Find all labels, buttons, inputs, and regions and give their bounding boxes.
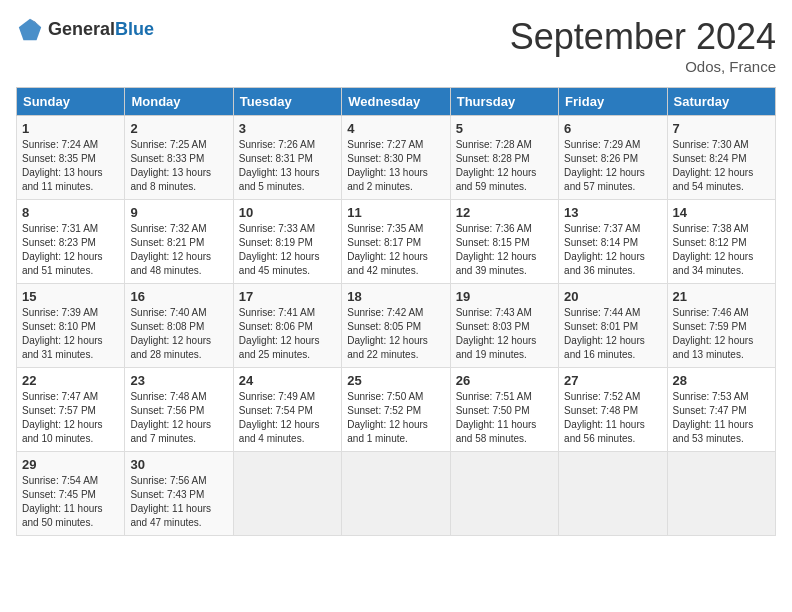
day-cell-15: 15 Sunrise: 7:39 AMSunset: 8:10 PMDaylig… [17, 284, 125, 368]
day-info: Sunrise: 7:38 AMSunset: 8:12 PMDaylight:… [673, 223, 754, 276]
day-info: Sunrise: 7:42 AMSunset: 8:05 PMDaylight:… [347, 307, 428, 360]
day-number: 1 [22, 121, 119, 136]
day-number: 20 [564, 289, 661, 304]
empty-cell [342, 452, 450, 536]
day-info: Sunrise: 7:35 AMSunset: 8:17 PMDaylight:… [347, 223, 428, 276]
day-cell-16: 16 Sunrise: 7:40 AMSunset: 8:08 PMDaylig… [125, 284, 233, 368]
day-number: 5 [456, 121, 553, 136]
day-cell-14: 14 Sunrise: 7:38 AMSunset: 8:12 PMDaylig… [667, 200, 775, 284]
day-info: Sunrise: 7:36 AMSunset: 8:15 PMDaylight:… [456, 223, 537, 276]
title-block: September 2024 Odos, France [510, 16, 776, 75]
day-info: Sunrise: 7:54 AMSunset: 7:45 PMDaylight:… [22, 475, 103, 528]
location: Odos, France [510, 58, 776, 75]
day-number: 18 [347, 289, 444, 304]
day-cell-24: 24 Sunrise: 7:49 AMSunset: 7:54 PMDaylig… [233, 368, 341, 452]
day-cell-13: 13 Sunrise: 7:37 AMSunset: 8:14 PMDaylig… [559, 200, 667, 284]
day-number: 17 [239, 289, 336, 304]
calendar-table: Sunday Monday Tuesday Wednesday Thursday… [16, 87, 776, 536]
day-number: 19 [456, 289, 553, 304]
day-number: 13 [564, 205, 661, 220]
day-info: Sunrise: 7:37 AMSunset: 8:14 PMDaylight:… [564, 223, 645, 276]
day-info: Sunrise: 7:53 AMSunset: 7:47 PMDaylight:… [673, 391, 754, 444]
day-cell-25: 25 Sunrise: 7:50 AMSunset: 7:52 PMDaylig… [342, 368, 450, 452]
day-cell-7: 7 Sunrise: 7:30 AMSunset: 8:24 PMDayligh… [667, 116, 775, 200]
day-info: Sunrise: 7:47 AMSunset: 7:57 PMDaylight:… [22, 391, 103, 444]
calendar-row: 22 Sunrise: 7:47 AMSunset: 7:57 PMDaylig… [17, 368, 776, 452]
day-number: 23 [130, 373, 227, 388]
empty-cell [233, 452, 341, 536]
day-info: Sunrise: 7:46 AMSunset: 7:59 PMDaylight:… [673, 307, 754, 360]
col-tuesday: Tuesday [233, 88, 341, 116]
day-info: Sunrise: 7:51 AMSunset: 7:50 PMDaylight:… [456, 391, 537, 444]
day-cell-5: 5 Sunrise: 7:28 AMSunset: 8:28 PMDayligh… [450, 116, 558, 200]
day-number: 11 [347, 205, 444, 220]
day-cell-26: 26 Sunrise: 7:51 AMSunset: 7:50 PMDaylig… [450, 368, 558, 452]
col-thursday: Thursday [450, 88, 558, 116]
page-header: GeneralBlue September 2024 Odos, France [16, 16, 776, 75]
day-cell-28: 28 Sunrise: 7:53 AMSunset: 7:47 PMDaylig… [667, 368, 775, 452]
day-cell-4: 4 Sunrise: 7:27 AMSunset: 8:30 PMDayligh… [342, 116, 450, 200]
logo-icon [16, 16, 44, 44]
day-cell-18: 18 Sunrise: 7:42 AMSunset: 8:05 PMDaylig… [342, 284, 450, 368]
day-number: 12 [456, 205, 553, 220]
day-number: 15 [22, 289, 119, 304]
day-cell-1: 1 Sunrise: 7:24 AMSunset: 8:35 PMDayligh… [17, 116, 125, 200]
month-title: September 2024 [510, 16, 776, 58]
calendar-row: 29 Sunrise: 7:54 AMSunset: 7:45 PMDaylig… [17, 452, 776, 536]
day-number: 28 [673, 373, 770, 388]
day-cell-23: 23 Sunrise: 7:48 AMSunset: 7:56 PMDaylig… [125, 368, 233, 452]
day-number: 24 [239, 373, 336, 388]
col-wednesday: Wednesday [342, 88, 450, 116]
day-number: 29 [22, 457, 119, 472]
day-info: Sunrise: 7:49 AMSunset: 7:54 PMDaylight:… [239, 391, 320, 444]
day-info: Sunrise: 7:29 AMSunset: 8:26 PMDaylight:… [564, 139, 645, 192]
day-cell-22: 22 Sunrise: 7:47 AMSunset: 7:57 PMDaylig… [17, 368, 125, 452]
svg-marker-0 [19, 19, 41, 40]
day-cell-29: 29 Sunrise: 7:54 AMSunset: 7:45 PMDaylig… [17, 452, 125, 536]
day-cell-27: 27 Sunrise: 7:52 AMSunset: 7:48 PMDaylig… [559, 368, 667, 452]
calendar-row: 15 Sunrise: 7:39 AMSunset: 8:10 PMDaylig… [17, 284, 776, 368]
day-number: 16 [130, 289, 227, 304]
day-number: 4 [347, 121, 444, 136]
col-saturday: Saturday [667, 88, 775, 116]
day-info: Sunrise: 7:41 AMSunset: 8:06 PMDaylight:… [239, 307, 320, 360]
day-number: 7 [673, 121, 770, 136]
day-number: 3 [239, 121, 336, 136]
empty-cell [450, 452, 558, 536]
day-cell-12: 12 Sunrise: 7:36 AMSunset: 8:15 PMDaylig… [450, 200, 558, 284]
logo-text: GeneralBlue [48, 20, 154, 40]
day-number: 26 [456, 373, 553, 388]
col-friday: Friday [559, 88, 667, 116]
day-cell-9: 9 Sunrise: 7:32 AMSunset: 8:21 PMDayligh… [125, 200, 233, 284]
day-cell-3: 3 Sunrise: 7:26 AMSunset: 8:31 PMDayligh… [233, 116, 341, 200]
day-number: 6 [564, 121, 661, 136]
day-number: 21 [673, 289, 770, 304]
day-cell-17: 17 Sunrise: 7:41 AMSunset: 8:06 PMDaylig… [233, 284, 341, 368]
day-cell-6: 6 Sunrise: 7:29 AMSunset: 8:26 PMDayligh… [559, 116, 667, 200]
day-number: 14 [673, 205, 770, 220]
day-info: Sunrise: 7:43 AMSunset: 8:03 PMDaylight:… [456, 307, 537, 360]
day-info: Sunrise: 7:26 AMSunset: 8:31 PMDaylight:… [239, 139, 320, 192]
day-number: 25 [347, 373, 444, 388]
logo: GeneralBlue [16, 16, 154, 44]
day-number: 27 [564, 373, 661, 388]
day-cell-30: 30 Sunrise: 7:56 AMSunset: 7:43 PMDaylig… [125, 452, 233, 536]
day-cell-11: 11 Sunrise: 7:35 AMSunset: 8:17 PMDaylig… [342, 200, 450, 284]
day-info: Sunrise: 7:31 AMSunset: 8:23 PMDaylight:… [22, 223, 103, 276]
col-monday: Monday [125, 88, 233, 116]
day-cell-2: 2 Sunrise: 7:25 AMSunset: 8:33 PMDayligh… [125, 116, 233, 200]
day-cell-8: 8 Sunrise: 7:31 AMSunset: 8:23 PMDayligh… [17, 200, 125, 284]
day-info: Sunrise: 7:50 AMSunset: 7:52 PMDaylight:… [347, 391, 428, 444]
empty-cell [667, 452, 775, 536]
day-info: Sunrise: 7:32 AMSunset: 8:21 PMDaylight:… [130, 223, 211, 276]
col-sunday: Sunday [17, 88, 125, 116]
day-info: Sunrise: 7:56 AMSunset: 7:43 PMDaylight:… [130, 475, 211, 528]
day-info: Sunrise: 7:48 AMSunset: 7:56 PMDaylight:… [130, 391, 211, 444]
day-info: Sunrise: 7:30 AMSunset: 8:24 PMDaylight:… [673, 139, 754, 192]
day-cell-19: 19 Sunrise: 7:43 AMSunset: 8:03 PMDaylig… [450, 284, 558, 368]
day-info: Sunrise: 7:28 AMSunset: 8:28 PMDaylight:… [456, 139, 537, 192]
day-cell-21: 21 Sunrise: 7:46 AMSunset: 7:59 PMDaylig… [667, 284, 775, 368]
calendar-row: 8 Sunrise: 7:31 AMSunset: 8:23 PMDayligh… [17, 200, 776, 284]
day-info: Sunrise: 7:44 AMSunset: 8:01 PMDaylight:… [564, 307, 645, 360]
day-info: Sunrise: 7:40 AMSunset: 8:08 PMDaylight:… [130, 307, 211, 360]
